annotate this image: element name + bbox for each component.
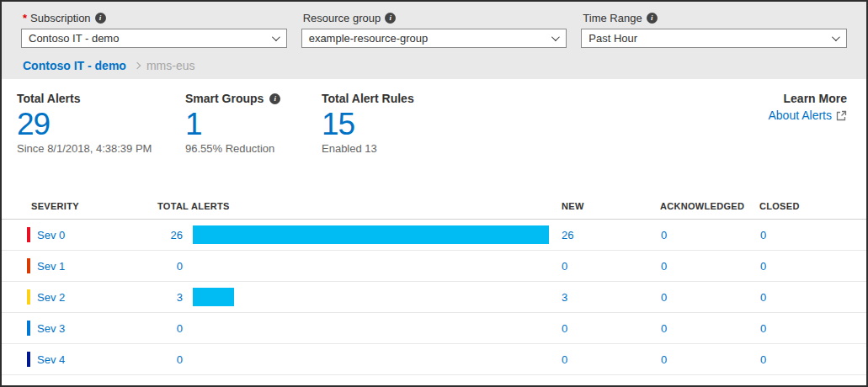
- column-header-closed: CLOSED: [759, 201, 800, 211]
- external-link-icon: [836, 110, 847, 121]
- info-icon[interactable]: i: [95, 13, 106, 24]
- acknowledged-count[interactable]: 0: [661, 291, 667, 304]
- table-row: Sev 0 26 26 0 0: [2, 220, 866, 251]
- severity-table: SEVERITY TOTAL ALERTS NEW ACKNOWLEDGED C…: [2, 190, 866, 375]
- total-alerts-bar: [193, 288, 234, 306]
- total-alerts-bar: [193, 225, 549, 244]
- new-count[interactable]: 3: [562, 291, 567, 304]
- breadcrumb: Contoso IT - demo mms-eus: [21, 59, 847, 72]
- severity-label: Sev 0: [37, 229, 65, 241]
- total-alerts-stat-sub: Since 8/1/2018, 4:38:39 PM: [17, 142, 185, 155]
- total-alerts-bar-track: [193, 319, 549, 337]
- subscription-label: * Subscription i: [21, 10, 287, 25]
- acknowledged-count[interactable]: 0: [661, 229, 667, 241]
- total-alerts-stat-value[interactable]: 29: [17, 107, 185, 141]
- subscription-dropdown[interactable]: Contoso IT - demo: [21, 29, 287, 48]
- total-alert-rules-stat: Total Alert Rules 15 Enabled 13: [322, 90, 738, 155]
- closed-count[interactable]: 0: [760, 260, 766, 273]
- severity-table-header: SEVERITY TOTAL ALERTS NEW ACKNOWLEDGED C…: [2, 190, 866, 220]
- new-count[interactable]: 0: [562, 322, 567, 335]
- total-alerts-count[interactable]: 0: [128, 322, 183, 335]
- closed-count[interactable]: 0: [760, 353, 766, 366]
- table-row: Sev 2 3 3 0 0: [2, 282, 866, 313]
- time-range-value: Past Hour: [588, 32, 825, 45]
- closed-count[interactable]: 0: [760, 291, 766, 304]
- column-header-acknowledged: ACKNOWLEDGED: [660, 201, 744, 211]
- total-alerts-bar-track: [193, 288, 549, 306]
- smart-groups-stat-label: Smart Groups i: [185, 90, 322, 107]
- total-alerts-count[interactable]: 0: [128, 260, 183, 273]
- chevron-down-icon: [272, 33, 280, 41]
- acknowledged-count[interactable]: 0: [661, 322, 667, 335]
- total-alerts-bar-track: [193, 225, 549, 244]
- total-alert-rules-stat-value[interactable]: 15: [322, 107, 738, 141]
- total-alerts-count[interactable]: 0: [128, 353, 183, 366]
- resource-group-value: example-resource-group: [309, 32, 546, 45]
- severity-link[interactable]: Sev 4: [27, 352, 65, 367]
- resource-group-filter: Resource group i example-resource-group: [301, 10, 567, 48]
- info-icon[interactable]: i: [269, 93, 280, 104]
- resource-group-label: Resource group i: [301, 10, 567, 25]
- total-alerts-bar-track: [193, 350, 549, 368]
- time-range-label-text: Time Range: [583, 12, 642, 24]
- about-alerts-link[interactable]: About Alerts: [769, 109, 848, 122]
- severity-color-indicator: [27, 289, 30, 305]
- learn-more-label: Learn More: [738, 90, 847, 107]
- new-count[interactable]: 26: [562, 229, 573, 241]
- column-header-new: NEW: [562, 201, 584, 211]
- summary-stats: Total Alerts 29 Since 8/1/2018, 4:38:39 …: [2, 79, 866, 155]
- subscription-filter: * Subscription i Contoso IT - demo: [21, 10, 287, 48]
- total-alerts-count[interactable]: 3: [128, 291, 183, 304]
- time-range-label: Time Range i: [581, 10, 847, 25]
- table-row: Sev 1 0 0 0 0: [2, 251, 866, 282]
- breadcrumb-subscription-link[interactable]: Contoso IT - demo: [23, 59, 126, 72]
- resource-group-label-text: Resource group: [303, 12, 381, 24]
- chevron-down-icon: [551, 33, 560, 41]
- total-alert-rules-stat-label: Total Alert Rules: [322, 90, 738, 107]
- new-count[interactable]: 0: [562, 260, 567, 273]
- smart-groups-stat-value[interactable]: 1: [185, 107, 322, 141]
- required-asterisk: *: [23, 12, 27, 24]
- breadcrumb-current: mms-eus: [146, 59, 195, 72]
- alerts-overview-page: * Subscription i Contoso IT - demo Resou…: [0, 0, 868, 387]
- smart-groups-label-text: Smart Groups: [185, 92, 264, 105]
- severity-label: Sev 2: [37, 291, 65, 304]
- total-alerts-stat: Total Alerts 29 Since 8/1/2018, 4:38:39 …: [17, 90, 185, 155]
- total-alert-rules-stat-sub: Enabled 13: [322, 142, 738, 155]
- column-header-severity: SEVERITY: [31, 201, 79, 211]
- severity-link[interactable]: Sev 3: [27, 321, 65, 336]
- severity-label: Sev 3: [37, 322, 65, 335]
- severity-label: Sev 4: [37, 353, 65, 366]
- severity-color-indicator: [27, 352, 30, 367]
- column-header-total-alerts: TOTAL ALERTS: [157, 201, 230, 211]
- info-icon[interactable]: i: [385, 13, 396, 24]
- severity-color-indicator: [27, 258, 30, 273]
- chevron-right-icon: [134, 62, 141, 69]
- table-row: Sev 3 0 0 0 0: [2, 313, 866, 344]
- severity-link[interactable]: Sev 2: [27, 289, 65, 305]
- total-alerts-count[interactable]: 26: [128, 229, 183, 241]
- closed-count[interactable]: 0: [760, 229, 766, 241]
- resource-group-dropdown[interactable]: example-resource-group: [301, 29, 567, 48]
- time-range-filter: Time Range i Past Hour: [581, 10, 847, 48]
- subscription-label-text: Subscription: [30, 12, 91, 24]
- learn-more-block: Learn More About Alerts: [738, 90, 847, 155]
- time-range-dropdown[interactable]: Past Hour: [581, 29, 847, 48]
- total-alerts-stat-label: Total Alerts: [17, 90, 185, 107]
- about-alerts-link-text: About Alerts: [769, 109, 833, 122]
- acknowledged-count[interactable]: 0: [661, 260, 667, 273]
- total-alerts-bar-track: [193, 257, 549, 275]
- severity-link[interactable]: Sev 0: [27, 227, 65, 242]
- info-icon[interactable]: i: [647, 13, 658, 24]
- smart-groups-stat: Smart Groups i 1 96.55% Reduction: [185, 90, 322, 155]
- smart-groups-stat-sub: 96.55% Reduction: [185, 142, 322, 155]
- acknowledged-count[interactable]: 0: [661, 353, 667, 366]
- chevron-down-icon: [832, 33, 840, 41]
- subscription-value: Contoso IT - demo: [29, 32, 265, 45]
- severity-link[interactable]: Sev 1: [27, 258, 65, 273]
- severity-color-indicator: [27, 227, 30, 242]
- severity-color-indicator: [27, 321, 30, 336]
- severity-label: Sev 1: [37, 260, 65, 273]
- new-count[interactable]: 0: [562, 353, 567, 366]
- closed-count[interactable]: 0: [760, 322, 766, 335]
